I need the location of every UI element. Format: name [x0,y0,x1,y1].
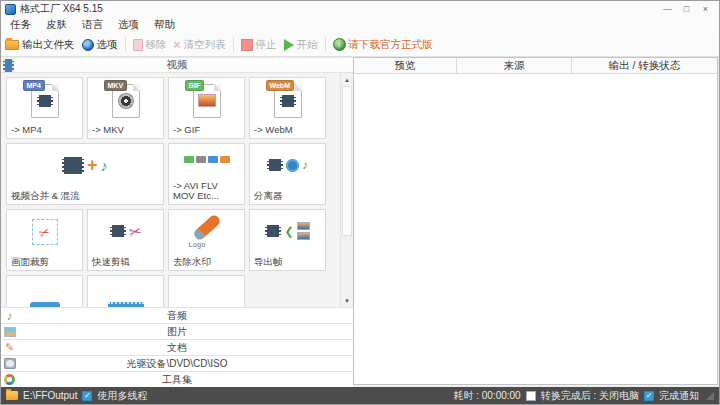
tile-to-gif[interactable]: GIF -> GIF [168,77,245,139]
options-icon [82,39,94,51]
tile-crop-picture[interactable]: ✂ 画面裁剪 [6,209,83,271]
tile-label: -> GIF [173,125,200,136]
mp4-badge: MP4 [23,80,45,91]
toolset-icon [4,374,15,385]
elapsed-time: 耗时 : 00:00:00 [453,389,520,403]
shutdown-checkbox[interactable] [526,391,536,401]
notify-checkbox[interactable]: ✓ [644,391,654,401]
notify-label[interactable]: 完成通知 [659,389,699,403]
start-button[interactable]: 开始 [284,38,318,52]
export-arrow-icon: ❮ [284,225,293,238]
toolbar: 输出文件夹 选项 移除 × 清空列表 停止 开始 ↓ 请下载官方正式版 [1,33,719,57]
section-label: 图片 [1,325,353,339]
tile-label: 去除水印 [173,257,211,268]
film-icon [110,225,126,237]
tile-video-merge-mux[interactable]: + ♪ 视频合并 & 混流 [6,143,164,205]
download-icon: ↓ [333,38,346,51]
output-folder-button[interactable]: 输出文件夹 [5,38,75,52]
tile-label: -> MP4 [11,125,42,136]
plus-icon: + [87,156,98,174]
video-header-label: 视频 [1,58,353,72]
tile-label: -> MKV [92,125,124,136]
disc-drive-icon [4,358,16,369]
scroll-up-icon[interactable]: ▲ [341,73,353,86]
scroll-down-icon[interactable]: ▼ [341,294,353,307]
tile-to-avi-flv-mov[interactable]: -> AVI FLV MOV Etc... [168,143,245,205]
multithread-checkbox[interactable]: ✓ [82,391,92,401]
section-header-video[interactable]: 视频 [1,57,353,73]
mkv-file-icon: MKV [112,84,140,118]
audio-note-icon: ♪ [3,309,16,322]
section-document[interactable]: ✎ 文档 [1,339,353,355]
column-preview[interactable]: 预览 [354,58,457,73]
output-path-folder-icon [6,391,18,400]
queue-table-body[interactable] [354,74,717,384]
shutdown-label[interactable]: 转换完成后 : 关闭电脑 [541,389,639,403]
left-panel: 视频 MP4 -> MP4 [1,57,353,387]
menu-item-options[interactable]: 选项 [118,18,139,32]
tile-splitter[interactable]: ♪ 分离器 [249,143,326,205]
section-audio[interactable]: ♪ 音频 [1,307,353,323]
app-icon [5,4,16,15]
clear-list-icon: × [174,39,181,51]
scrollbar-thumb[interactable] [342,86,352,236]
tile-partial[interactable] [87,275,164,307]
scissors-icon: ✂ [127,223,142,240]
gif-file-icon: GIF [193,84,221,118]
download-official-button[interactable]: ↓ 请下载官方正式版 [333,38,433,52]
menubar: 任务 皮肤 语言 选项 帮助 [1,17,719,33]
remove-icon [133,39,143,51]
output-path[interactable]: E:\FFOutput [23,390,77,401]
menu-item-skin[interactable]: 皮肤 [46,18,67,32]
close-icon[interactable]: × [696,2,715,16]
tiles-scrollbar[interactable]: ▲ ▼ [340,73,353,307]
tile-to-mkv[interactable]: MKV -> MKV [87,77,164,139]
main-area: 视频 MP4 -> MP4 [1,57,719,387]
menu-item-help[interactable]: 帮助 [154,18,175,32]
app-window: 格式工厂 X64 5.15 — □ × 任务 皮肤 语言 选项 帮助 输出文件夹… [0,0,720,405]
queue-table-header: 预览 来源 输出 / 转换状态 [354,58,717,74]
music-note-icon: ♪ [302,159,308,171]
tile-quick-clip[interactable]: ✂ 快速剪辑 [87,209,164,271]
column-source[interactable]: 来源 [457,58,572,73]
menu-item-task[interactable]: 任务 [10,18,31,32]
titlebar: 格式工厂 X64 5.15 — □ × [1,1,719,17]
picture-icon [4,327,16,337]
video-film-icon [3,59,14,72]
column-output-status[interactable]: 输出 / 转换状态 [572,58,717,73]
format-badges-icon [184,156,230,163]
clear-list-button[interactable]: × 清空列表 [174,38,226,52]
multithread-label[interactable]: 使用多线程 [97,389,147,403]
tile-partial[interactable] [168,275,245,307]
maximize-icon[interactable]: □ [677,2,696,16]
photo-icon [198,94,216,107]
section-optical-dvd-cd-iso[interactable]: 光驱设备\DVD\CD\ISO [1,355,353,371]
section-picture[interactable]: 图片 [1,323,353,339]
folder-icon [5,40,19,50]
tile-export-frames[interactable]: ❮ 导出帧 [249,209,326,271]
statusbar: E:\FFOutput ✓ 使用多线程 耗时 : 00:00:00 转换完成后 … [1,387,719,404]
tile-to-mp4[interactable]: MP4 -> MP4 [6,77,83,139]
toolbar-separator [125,37,126,52]
options-button[interactable]: 选项 [82,38,118,52]
play-icon [284,39,294,51]
tile-label: 导出帧 [254,257,283,268]
film-icon [62,157,84,174]
crop-selection-icon: ✂ [32,219,58,245]
remove-button[interactable]: 移除 [133,38,167,52]
tile-remove-watermark[interactable]: Logo 去除水印 [168,209,245,271]
tile-row-2: + ♪ 视频合并 & 混流 -> AVI FLV MOV Etc... [6,143,353,205]
section-label: 光驱设备\DVD\CD\ISO [1,357,353,371]
stop-label: 停止 [256,38,277,52]
menu-item-language[interactable]: 语言 [82,18,103,32]
tile-label: 视频合并 & 混流 [11,191,80,202]
toolbar-separator [325,37,326,52]
resize-grip[interactable] [706,392,714,400]
stop-button[interactable]: 停止 [241,38,277,52]
tile-to-webm[interactable]: WebM -> WebM [249,77,326,139]
film-icon [265,225,281,237]
category-accordion: ♪ 音频 图片 ✎ 文档 光驱设备\DVD\CD\ISO 工具集 [1,307,353,387]
minimize-icon[interactable]: — [658,2,677,16]
tile-partial[interactable] [6,275,83,307]
section-toolset[interactable]: 工具集 [1,371,353,387]
